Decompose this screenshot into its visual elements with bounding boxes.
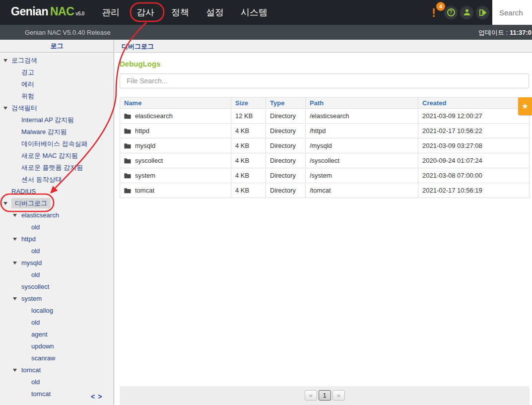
brand-logo: GenianNACv5.0 [11,5,84,18]
table-row[interactable]: mysqld4 KBDirectory/mysqld2021-03-09 03:… [120,138,530,153]
tree-item-db-connection-failed[interactable]: 데이터베이스 접속실패 [0,138,114,150]
cell-size: 12 KB [231,109,266,124]
table-row[interactable]: elasticsearch12 KBDirectory/elasticsearc… [120,109,530,124]
tree-item-new-mac-detected[interactable]: 새로운 MAC 감지됨 [0,150,114,162]
tree-item-mysqld[interactable]: mysqld [0,257,114,269]
nav-item-audit[interactable]: 감사 [136,6,154,18]
triangle-down-icon[interactable] [13,238,17,241]
triangle-down-icon[interactable] [13,369,17,372]
update-time: 11:37:0 [510,29,532,36]
tree-item-mysqld-old[interactable]: old [0,269,114,281]
cell-name: syscollect [135,157,163,164]
nav-item-management[interactable]: 관리 [102,6,120,18]
table-row[interactable]: tomcat4 KBDirectory/tomcat2021-02-17 10:… [120,183,530,198]
triangle-down-icon[interactable] [13,262,17,265]
tree-item-updown[interactable]: updown [0,340,114,352]
tree-item-radius[interactable]: RADIUS [0,186,114,198]
nav-item-preferences[interactable]: 설정 [206,6,224,18]
tree-item-sensor-status[interactable]: 센서 동작상태 [0,174,114,186]
tree-item-syscollect[interactable]: syscollect [0,281,114,293]
file-search-input[interactable] [120,73,529,88]
cell-type: Directory [266,109,306,124]
table-row[interactable]: httpd4 KBDirectory/httpd2021-02-17 10:56… [120,124,530,138]
cell-type: Directory [266,168,306,183]
cell-path: /system [306,168,418,183]
tree-item-tomcat-old[interactable]: old [0,376,114,388]
tree-item-new-platform-detected[interactable]: 새로운 플랫폼 감지됨 [0,162,114,174]
page-button-1[interactable]: 1 [319,390,331,401]
brand-product: NAC [50,5,74,18]
triangle-down-icon[interactable] [3,202,7,205]
column-header-type[interactable]: Type [266,98,306,109]
update-status: 업데이트 : 11:37:0 [478,28,532,37]
tree-item-locallog[interactable]: locallog [0,305,114,317]
tree-item-label: Malware 감지됨 [21,128,67,135]
favorite-star-button[interactable]: ★ [518,97,532,115]
help-button[interactable]: ? [444,6,458,19]
tree-item-label: 디버그로그 [11,198,51,208]
triangle-down-icon[interactable] [13,297,17,300]
first-page-button[interactable]: « [305,390,317,401]
folder-icon [124,173,131,179]
cell-type: Directory [266,153,306,168]
tree-item-label: 새로운 MAC 감지됨 [21,152,78,159]
triangle-down-icon[interactable] [3,107,7,110]
tree-item-label: 검색필터 [11,104,37,112]
column-header-path[interactable]: Path [306,98,418,109]
global-search [492,0,532,25]
tree-item-label: 위험 [21,92,34,100]
update-label: 업데이트 : [478,29,510,36]
collapse-left-icon[interactable]: < [91,393,98,401]
tree-item-label: tomcat [21,366,41,374]
tree-item-httpd-old[interactable]: old [0,245,114,257]
cell-size: 4 KB [231,168,266,183]
triangle-down-icon[interactable] [3,59,7,62]
folder-icon [124,143,131,149]
cell-created: 2021-02-17 10:56:22 [418,124,530,138]
tree-item-system-old[interactable]: old [0,317,114,329]
account-button[interactable] [460,6,473,19]
nav-item-policy[interactable]: 정책 [171,6,189,18]
tree-item-scanraw[interactable]: scanraw [0,352,114,364]
table-row[interactable]: system4 KBDirectory/system2021-03-08 07:… [120,168,530,183]
tree-item-agent[interactable]: agent [0,329,114,340]
tree-item-search-filter[interactable]: 검색필터 [0,102,114,114]
alerts-button[interactable]: ! 4 [432,6,436,19]
cell-path: /syscollect [306,153,418,168]
tree-item-risk[interactable]: 위험 [0,90,114,102]
folder-icon [124,188,131,194]
sidebar-resize-controls[interactable]: <> [91,393,105,401]
column-header-size[interactable]: Size [231,98,266,109]
tree-item-elasticsearch-old[interactable]: old [0,221,114,233]
brand-version: v5.0 [75,11,84,16]
expand-right-icon[interactable]: > [98,393,105,401]
cell-path: /mysqld [306,138,418,153]
tree-item-label: 경고 [21,68,34,76]
tree-item-httpd[interactable]: httpd [0,233,114,245]
tree-item-internal-ap-detected[interactable]: Internal AP 감지됨 [0,114,114,126]
tree-item-malware-detected[interactable]: Malware 감지됨 [0,126,114,138]
cell-created: 2021-03-09 03:27:08 [418,138,530,153]
table-row[interactable]: syscollect4 KBDirectory/syscollect2020-0… [120,153,530,168]
tree-item-debug-logs[interactable]: 디버그로그 [0,198,114,209]
log-sidebar: 로그 로그검색경고에러위험검색필터Internal AP 감지됨Malware … [0,40,114,405]
global-search-input[interactable] [492,0,532,25]
tree-item-tomcat[interactable]: tomcat [0,364,114,376]
tree-item-system[interactable]: system [0,293,114,305]
triangle-down-icon[interactable] [13,214,17,217]
tree-item-log-search[interactable]: 로그검색 [0,55,114,67]
column-header-name[interactable]: Name [120,98,231,109]
cell-type: Directory [266,183,306,198]
brand-name: Genian [11,5,48,18]
tree-item-label: 로그검색 [11,57,37,64]
cell-size: 4 KB [231,183,266,198]
nav-item-system[interactable]: 시스템 [241,6,267,18]
tree-item-label: 데이터베이스 접속실패 [21,140,88,147]
tree-item-elasticsearch[interactable]: elasticsearch [0,209,114,221]
logout-button[interactable] [476,6,489,19]
tree-item-label: 센서 동작상태 [21,176,62,183]
last-page-button[interactable]: » [332,390,345,401]
tree-item-error[interactable]: 에러 [0,78,114,90]
column-header-created[interactable]: Created [418,98,530,109]
tree-item-warning[interactable]: 경고 [0,67,114,78]
